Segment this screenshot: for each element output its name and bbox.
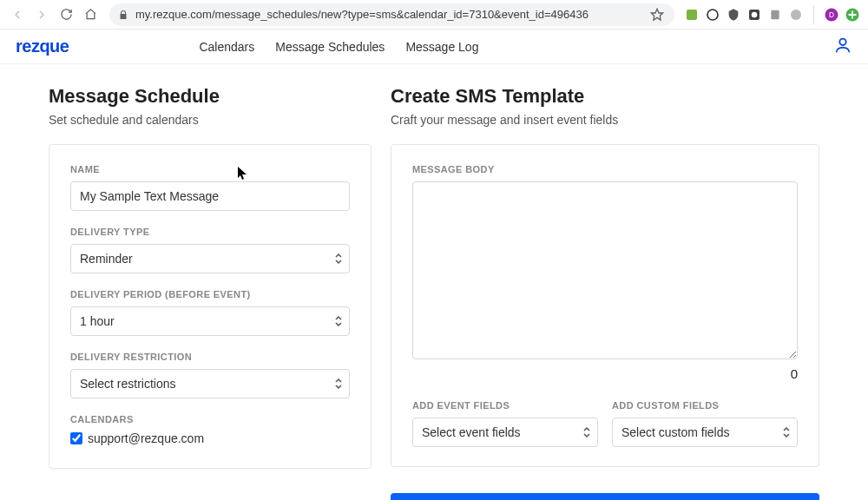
extension-icon[interactable] <box>787 6 805 23</box>
message-body-textarea[interactable] <box>412 181 798 359</box>
address-bar[interactable]: my.rezque.com/message_schedules/new?type… <box>109 3 674 26</box>
char-count: 0 <box>412 366 798 381</box>
delivery-restriction-label: DELIVERY RESTRICTION <box>70 352 350 362</box>
extension-icon[interactable] <box>746 6 763 23</box>
app-topnav: rezque Calendars Message Schedules Messa… <box>0 30 868 64</box>
name-label: NAME <box>70 164 350 174</box>
delivery-type-select[interactable] <box>70 244 350 273</box>
account-icon[interactable] <box>833 36 852 58</box>
star-icon[interactable] <box>650 8 664 22</box>
extension-icon[interactable] <box>844 6 861 23</box>
svg-text:D: D <box>829 11 834 19</box>
back-button[interactable] <box>7 4 28 25</box>
nav-link-message-schedules[interactable]: Message Schedules <box>275 40 385 54</box>
browser-toolbar: my.rezque.com/message_schedules/new?type… <box>0 0 868 30</box>
svg-point-2 <box>707 10 718 20</box>
template-card: MESSAGE BODY 0 ADD EVENT FIELDS ADD CUST… <box>391 144 819 467</box>
extensions-row: D <box>683 5 861 24</box>
delivery-type-label: DELIVERY TYPE <box>70 227 350 237</box>
delivery-period-select[interactable] <box>70 306 350 336</box>
svg-point-10 <box>839 38 845 44</box>
delivery-period-label: DELIVERY PERIOD (BEFORE EVENT) <box>70 289 350 299</box>
page-subtitle: Set schedule and calendars <box>49 113 372 127</box>
forward-button[interactable] <box>31 4 52 25</box>
custom-fields-label: ADD CUSTOM FIELDS <box>612 400 798 411</box>
event-fields-label: ADD EVENT FIELDS <box>412 400 598 411</box>
svg-marker-0 <box>651 9 662 20</box>
home-button[interactable] <box>80 4 101 25</box>
calendar-checkbox[interactable] <box>70 432 82 444</box>
extension-icon[interactable] <box>683 6 700 23</box>
event-fields-select[interactable] <box>412 418 598 447</box>
save-button[interactable]: Save <box>391 493 819 500</box>
calendar-checkbox-row[interactable]: support@rezque.com <box>70 431 350 445</box>
logo[interactable]: rezque <box>16 36 69 56</box>
svg-rect-5 <box>771 10 779 19</box>
calendars-label: CALENDARS <box>70 414 350 424</box>
nav-link-calendars[interactable]: Calendars <box>199 40 254 54</box>
template-subtitle: Craft your message and insert event fiel… <box>391 113 819 127</box>
message-body-label: MESSAGE BODY <box>412 164 798 174</box>
profile-avatar[interactable]: D <box>823 6 840 23</box>
custom-fields-select[interactable] <box>612 418 798 447</box>
nav-link-message-log[interactable]: Message Log <box>405 40 478 54</box>
lock-icon <box>118 10 128 20</box>
url-text: my.rezque.com/message_schedules/new?type… <box>135 8 589 21</box>
extension-icon[interactable] <box>725 6 742 23</box>
template-title: Create SMS Template <box>391 85 819 108</box>
delivery-restriction-select[interactable] <box>70 369 350 398</box>
extension-icon[interactable] <box>766 6 784 23</box>
svg-rect-1 <box>687 10 697 20</box>
name-input[interactable] <box>70 181 350 211</box>
svg-point-6 <box>791 10 801 20</box>
page-title: Message Schedule <box>49 85 372 108</box>
calendar-item-label: support@rezque.com <box>88 431 204 445</box>
reload-button[interactable] <box>56 4 76 25</box>
extension-icon[interactable] <box>704 6 721 23</box>
schedule-card: NAME DELIVERY TYPE DELIVERY PERIOD (BEFO… <box>49 144 372 469</box>
svg-point-4 <box>752 11 758 17</box>
divider <box>813 5 814 24</box>
